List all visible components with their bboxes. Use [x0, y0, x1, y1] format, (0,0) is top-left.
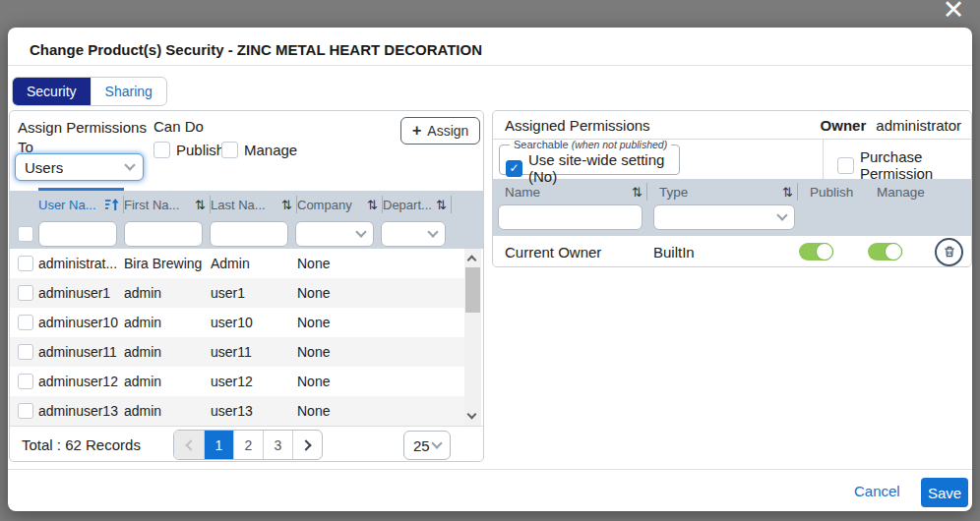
column-header-manage: Manage	[859, 183, 936, 201]
column-header-type[interactable]: Type ⇅	[647, 183, 798, 201]
searchable-legend: Searchable (when not published)	[510, 139, 671, 150]
page-1-button[interactable]: 1	[204, 431, 233, 459]
filter-last-name-input[interactable]	[210, 221, 288, 247]
assign-permissions-panel: Assign Permissions To Can Do Publish Man…	[9, 110, 484, 462]
filter-name-input[interactable]	[498, 204, 643, 230]
manage-option: Manage	[221, 142, 297, 158]
chevron-down-icon	[427, 226, 438, 237]
next-page-button[interactable]	[292, 431, 322, 459]
purchase-permission-option: Purchase Permission	[837, 148, 971, 182]
page-2-button[interactable]: 2	[233, 431, 263, 459]
chevron-down-icon	[431, 437, 442, 448]
close-icon[interactable]: ✕	[933, 0, 974, 27]
scroll-up-icon[interactable]	[467, 256, 477, 265]
publish-toggle[interactable]	[799, 243, 833, 260]
screen: ✕ Change Product(s) Security - ZINC META…	[0, 0, 980, 521]
sort-icon: ⇅	[281, 198, 292, 212]
plus-icon: +	[412, 122, 421, 140]
column-header-company[interactable]: Company ⇅	[297, 196, 383, 213]
table-row[interactable]: adminuser13 admin user13 None	[10, 396, 464, 426]
prev-page-button[interactable]	[174, 431, 204, 459]
filter-company-select[interactable]	[295, 221, 374, 247]
column-header-first-name[interactable]: First Na... ⇅	[124, 196, 211, 213]
publish-option: Publish	[153, 142, 224, 158]
change-security-dialog: Change Product(s) Security - ZINC METAL …	[8, 28, 972, 511]
sort-icon: ⇅	[436, 198, 447, 212]
sort-icon: ⇅	[367, 198, 378, 212]
select-all-checkbox[interactable]	[18, 226, 33, 242]
vertical-divider	[823, 140, 824, 179]
site-wide-setting-checkbox[interactable]: ✓	[506, 160, 522, 177]
toggle-knob	[885, 243, 902, 260]
table-row[interactable]: adminuser1 admin user1 None	[10, 278, 464, 308]
delete-permission-button[interactable]	[935, 238, 963, 266]
footer-divider	[8, 469, 972, 470]
page-3-button[interactable]: 3	[263, 431, 292, 459]
scroll-down-icon[interactable]	[467, 410, 477, 420]
assigned-permissions-panel: Assigned Permissions Owner administrator…	[492, 110, 972, 267]
table-row[interactable]: adminuser11 admin user11 None	[10, 337, 464, 367]
sort-ascending-icon	[105, 199, 119, 210]
assign-to-select-value: Users	[25, 159, 63, 176]
page-size-value: 25	[413, 437, 430, 454]
row-checkbox[interactable]	[18, 285, 33, 301]
filter-first-name-input[interactable]	[124, 221, 203, 247]
permission-name: Current Owner	[493, 244, 642, 260]
column-header-department[interactable]: Depart... ⇅	[383, 196, 452, 213]
filter-department-select[interactable]	[381, 221, 446, 247]
table-row[interactable]: administrat... Bira Brewing Admin None	[10, 249, 464, 278]
chevron-right-icon	[300, 439, 311, 450]
table-footer: Total : 62 Records 1 2 3 25	[10, 426, 483, 462]
column-header-last-name[interactable]: Last Na... ⇅	[211, 196, 297, 213]
searchable-fieldset: Searchable (when not published) ✓ Use si…	[499, 139, 680, 175]
assign-to-label: Assign Permissions To	[18, 118, 155, 157]
site-wide-setting-option: ✓ Use site-wide setting (No)	[506, 151, 673, 185]
tab-security[interactable]: Security	[13, 78, 91, 105]
cancel-button[interactable]: Cancel	[854, 483, 900, 499]
permission-row: Current Owner BuiltIn	[493, 236, 971, 267]
filter-type-select[interactable]	[653, 204, 795, 230]
owner-value: administrator	[876, 117, 961, 134]
publish-label: Publish	[176, 142, 224, 158]
assigned-permissions-header: Assigned Permissions Owner administrator	[493, 111, 971, 140]
sort-icon: ⇅	[195, 198, 206, 212]
sort-icon: ⇅	[632, 185, 643, 200]
users-table-body: administrat... Bira Brewing Admin None a…	[10, 249, 464, 426]
row-checkbox[interactable]	[18, 256, 33, 271]
table-scrollbar[interactable]	[464, 249, 481, 426]
row-checkbox[interactable]	[18, 374, 33, 389]
manage-label: Manage	[244, 142, 297, 158]
permission-type: BuiltIn	[642, 244, 786, 260]
assign-button[interactable]: + Assign	[400, 117, 480, 145]
column-header-name[interactable]: Name ⇅	[493, 183, 647, 201]
tab-bar: Security Sharing	[12, 77, 167, 106]
title-divider	[8, 65, 972, 66]
row-checkbox[interactable]	[18, 344, 33, 360]
table-row[interactable]: adminuser10 admin user10 None	[10, 308, 464, 337]
manage-toggle[interactable]	[868, 243, 902, 260]
can-do-label: Can Do	[153, 118, 204, 135]
site-wide-setting-label: Use site-wide setting (No)	[528, 151, 673, 185]
manage-checkbox[interactable]	[221, 142, 238, 158]
filter-user-name-input[interactable]	[38, 221, 117, 247]
permissions-filter-row	[493, 204, 971, 236]
row-checkbox[interactable]	[18, 315, 33, 330]
dialog-title: Change Product(s) Security - ZINC METAL …	[30, 41, 482, 58]
chevron-left-icon	[185, 439, 196, 450]
row-checkbox[interactable]	[18, 403, 33, 419]
assign-to-select[interactable]: Users	[15, 153, 144, 181]
total-records-label: Total : 62 Records	[22, 436, 141, 453]
save-button[interactable]: Save	[921, 478, 968, 507]
column-header-user-name[interactable]: User Na...	[38, 196, 124, 213]
owner-label: Owner	[821, 117, 867, 134]
publish-checkbox[interactable]	[153, 142, 170, 158]
purchase-permission-checkbox[interactable]	[837, 157, 854, 174]
users-table-filter-row	[10, 218, 483, 249]
tab-sharing[interactable]: Sharing	[91, 78, 166, 105]
settings-row: Searchable (when not published) ✓ Use si…	[493, 140, 971, 179]
table-row[interactable]: adminuser12 admin user12 None	[10, 367, 464, 396]
page-size-select[interactable]: 25	[403, 431, 451, 460]
pagination: 1 2 3	[173, 430, 323, 460]
column-header-publish: Publish	[798, 183, 859, 201]
scrollbar-thumb[interactable]	[465, 267, 480, 313]
